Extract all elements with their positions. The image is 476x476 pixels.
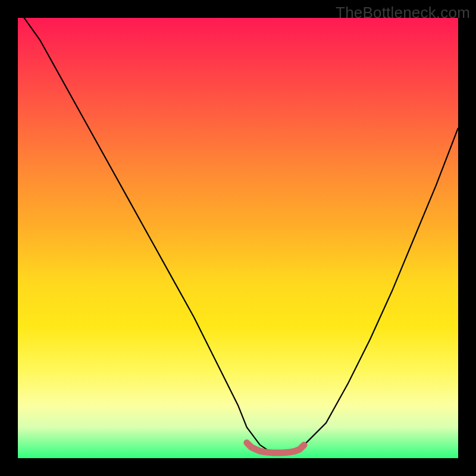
optimal-range-marker [247, 443, 304, 453]
chart-svg [18, 18, 458, 458]
plot-gradient-background [18, 18, 458, 458]
chart-frame: TheBottleneck.com [0, 0, 476, 476]
bottleneck-curve [18, 18, 458, 454]
watermark-text: TheBottleneck.com [336, 4, 470, 22]
